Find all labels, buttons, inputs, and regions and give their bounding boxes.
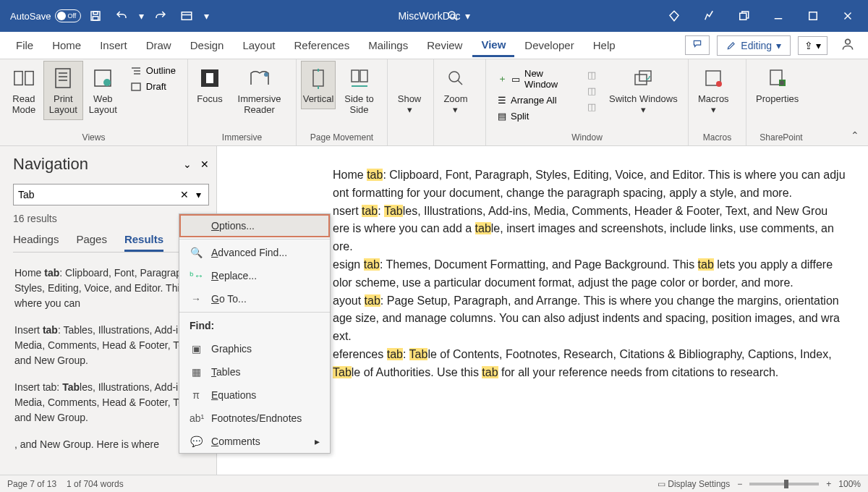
share-button[interactable]: ⇪ ▾ <box>798 36 827 55</box>
svg-point-27 <box>264 72 268 77</box>
focus-button[interactable]: Focus <box>192 61 227 109</box>
menu-find-heading: Find: <box>179 314 330 337</box>
editing-mode-button[interactable]: Editing▾ <box>717 35 791 56</box>
nav-title: Navigation <box>13 155 88 174</box>
search-dropdown-icon[interactable]: ▾ <box>193 189 204 200</box>
statusbar: Page 7 of 13 1 of 704 words ▭ Display Se… <box>0 475 868 492</box>
svg-rect-1 <box>93 12 98 14</box>
display-settings[interactable]: ▭ Display Settings <box>658 479 730 489</box>
tab-review[interactable]: Review <box>418 35 471 56</box>
svg-rect-3 <box>182 12 192 20</box>
svg-rect-15 <box>56 69 70 88</box>
zoom-in-icon[interactable]: + <box>826 479 831 489</box>
comments-button[interactable] <box>685 35 710 55</box>
redo-icon[interactable] <box>149 4 172 27</box>
nav-search-input[interactable]: ✕ ▾ <box>13 184 209 205</box>
maximize-icon[interactable] <box>797 4 829 27</box>
navtab-results[interactable]: Results <box>124 233 163 252</box>
nav-close-icon[interactable]: ✕ <box>200 158 209 170</box>
read-mode-button[interactable]: Read Mode <box>4 61 43 120</box>
tab-mailings[interactable]: Mailings <box>359 35 417 56</box>
tab-developer[interactable]: Developer <box>516 35 582 56</box>
svg-line-32 <box>458 80 462 85</box>
svg-rect-29 <box>352 70 359 82</box>
menu-graphics[interactable]: ▣Graphics <box>179 337 330 360</box>
outline-button[interactable]: Outline <box>127 64 179 77</box>
menu-options[interactable]: Options... <box>179 214 330 237</box>
svg-rect-2 <box>93 17 99 20</box>
collapse-ribbon-icon[interactable]: ⌃ <box>842 125 868 145</box>
coming-soon-icon[interactable] <box>693 4 725 27</box>
tab-draw[interactable]: Draw <box>137 35 180 56</box>
zoom-slider[interactable] <box>749 483 819 485</box>
restore-window-icon[interactable] <box>728 4 760 27</box>
svg-point-36 <box>716 81 722 87</box>
menu-replace[interactable]: ᵇ↔Replace... <box>179 264 330 287</box>
tab-help[interactable]: Help <box>584 35 624 56</box>
immersive-reader-button[interactable]: Immersive Reader <box>227 61 292 120</box>
qat-dropdown[interactable]: ▾ <box>201 4 211 27</box>
minimize-icon[interactable] <box>762 4 794 27</box>
menu-advanced-find[interactable]: 🔍Advanced Find... <box>179 241 330 264</box>
menu-comments[interactable]: 💬Comments▸ <box>179 430 330 453</box>
tab-design[interactable]: Design <box>182 35 233 56</box>
menu-tables[interactable]: ▦Tables <box>179 360 330 383</box>
ribbon-tabs: File Home Insert Draw Design Layout Refe… <box>0 32 868 59</box>
new-window-button[interactable]: ＋▭ New Window <box>495 67 576 91</box>
undo-dropdown[interactable]: ▾ <box>136 4 146 27</box>
tab-layout[interactable]: Layout <box>234 35 284 56</box>
search-field[interactable] <box>18 189 176 200</box>
svg-rect-7 <box>740 13 746 20</box>
navtab-pages[interactable]: Pages <box>76 233 107 252</box>
autosave-label: AutoSave <box>10 11 51 22</box>
web-layout-button[interactable]: Web Layout <box>83 61 123 120</box>
navtab-headings[interactable]: Headings <box>13 233 59 252</box>
diamond-icon[interactable] <box>658 4 690 27</box>
qat-icon[interactable] <box>175 4 198 27</box>
tab-insert[interactable]: Insert <box>91 35 136 56</box>
content-area: Navigation ⌄ ✕ ✕ ▾ 16 results Headings P… <box>0 146 868 475</box>
save-icon[interactable] <box>84 4 107 27</box>
svg-point-20 <box>103 79 111 86</box>
reset-window-icon[interactable]: ◫ <box>584 100 599 114</box>
autosave-toggle[interactable]: AutoSave Off <box>10 9 81 22</box>
close-icon[interactable] <box>832 4 864 27</box>
print-layout-button[interactable]: Print Layout <box>43 61 83 120</box>
nav-collapse-icon[interactable]: ⌄ <box>183 158 192 170</box>
zoom-level[interactable]: 100% <box>838 479 861 489</box>
menu-footnotes[interactable]: ab¹Footnotes/Endnotes <box>179 407 330 430</box>
side-to-side-button[interactable]: Side to Side <box>336 61 383 120</box>
svg-point-31 <box>449 72 459 82</box>
tab-view[interactable]: View <box>472 34 514 57</box>
zoom-button[interactable]: Zoom▾ <box>438 61 473 120</box>
search-icon[interactable] <box>441 4 464 27</box>
tab-references[interactable]: References <box>285 35 358 56</box>
svg-point-5 <box>448 12 455 18</box>
zoom-out-icon[interactable]: − <box>737 479 742 489</box>
svg-rect-14 <box>25 72 33 85</box>
tab-file[interactable]: File <box>7 35 42 56</box>
clear-search-icon[interactable]: ✕ <box>176 189 193 200</box>
toggle-switch[interactable]: Off <box>55 9 81 22</box>
draft-button[interactable]: Draft <box>127 80 179 93</box>
split-button[interactable]: ▤ Split <box>495 109 576 123</box>
arrange-all-button[interactable]: ☰ Arrange All <box>495 93 576 107</box>
switch-windows-button[interactable]: Switch Windows ▾ <box>603 61 684 120</box>
svg-rect-24 <box>132 83 140 90</box>
menu-goto[interactable]: →Go To... <box>179 287 330 310</box>
macros-button[interactable]: Macros▾ <box>693 61 734 120</box>
menu-equations[interactable]: πEquations <box>179 383 330 407</box>
show-button[interactable]: Show▾ <box>392 61 427 120</box>
vertical-button[interactable]: Vertical <box>301 61 336 109</box>
view-side-icon[interactable]: ◫ <box>584 68 599 82</box>
sync-scroll-icon[interactable]: ◫ <box>584 84 599 98</box>
page-indicator[interactable]: Page 7 of 13 <box>7 479 56 489</box>
ribbon-body: Read Mode Print Layout Web Layout Outlin… <box>0 59 868 146</box>
undo-icon[interactable] <box>110 4 133 27</box>
word-count[interactable]: 1 of 704 words <box>67 479 124 489</box>
account-icon[interactable] <box>835 34 861 56</box>
svg-line-6 <box>454 17 457 20</box>
properties-button[interactable]: SProperties <box>751 61 804 109</box>
tab-home[interactable]: Home <box>43 35 90 56</box>
svg-rect-33 <box>635 75 647 85</box>
